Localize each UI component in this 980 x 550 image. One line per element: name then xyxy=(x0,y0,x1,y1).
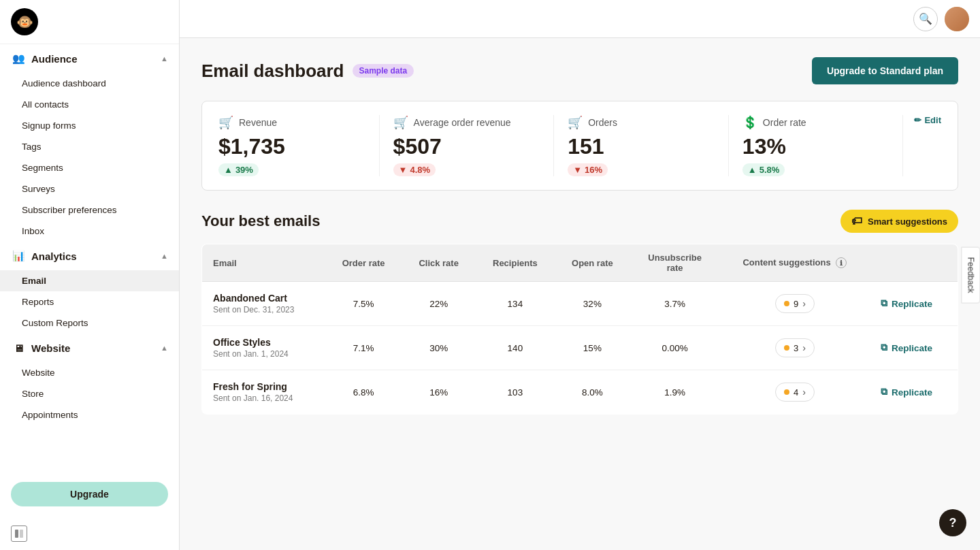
smart-suggestions-label: Smart suggestions xyxy=(868,216,947,227)
email-date-3: Sent on Jan. 16, 2024 xyxy=(213,393,314,403)
sidebar-item-custom-reports[interactable]: Custom Reports xyxy=(0,312,179,334)
replicate-button-2[interactable]: ⧉ Replicate xyxy=(881,342,932,353)
website-section-header[interactable]: 🖥 Website ▲ xyxy=(0,334,179,362)
smart-suggestions-button[interactable]: 🏷 Smart suggestions xyxy=(840,210,958,233)
stats-card: 🛒 Revenue $1,735 ▲ 39% 🛒 Average order r… xyxy=(201,101,958,191)
recipients-cell-1: 134 xyxy=(476,282,555,326)
content-suggestions-info-icon[interactable]: ℹ xyxy=(836,257,847,268)
logo-area: 🐵 xyxy=(0,0,179,44)
replicate-cell-3: ⧉ Replicate xyxy=(870,370,958,415)
analytics-section-label: Analytics xyxy=(31,250,77,262)
sidebar-item-tags[interactable]: Tags xyxy=(0,136,179,157)
click-rate-cell-1: 22% xyxy=(402,282,476,326)
sidebar-item-segments[interactable]: Segments xyxy=(0,157,179,178)
email-date-1: Sent on Dec. 31, 2023 xyxy=(213,305,314,314)
revenue-value: $1,735 xyxy=(218,134,365,159)
edit-pencil-icon: ✏ xyxy=(914,115,921,125)
col-action xyxy=(870,244,958,282)
suggestions-arrow-1: › xyxy=(802,298,806,309)
stat-revenue: 🛒 Revenue $1,735 ▲ 39% xyxy=(218,115,380,176)
suggestions-cell-2: 3 › xyxy=(720,326,870,370)
sidebar-item-surveys[interactable]: Surveys xyxy=(0,178,179,199)
svg-rect-1 xyxy=(20,530,23,538)
order-rate-dollar-icon: 💲 xyxy=(742,115,757,130)
page-content: Email dashboard Sample data Upgrade to S… xyxy=(180,38,980,434)
unsubscribe-rate-cell-1: 3.7% xyxy=(630,282,720,326)
unsubscribe-rate-cell-2: 0.00% xyxy=(630,326,720,370)
col-click-rate: Click rate xyxy=(402,244,476,282)
suggestions-pill-2[interactable]: 3 › xyxy=(775,338,815,357)
sidebar-collapse-area xyxy=(0,517,179,550)
replicate-button-3[interactable]: ⧉ Replicate xyxy=(881,387,932,398)
website-icon: 🖥 xyxy=(11,340,26,355)
sidebar-item-subscriber-preferences[interactable]: Subscriber preferences xyxy=(0,199,179,221)
main-content: 🔍 Email dashboard Sample data Upgrade to… xyxy=(180,0,980,550)
sidebar-item-email[interactable]: Email xyxy=(0,270,179,291)
collapse-sidebar-button[interactable] xyxy=(11,525,27,542)
audience-chevron-icon: ▲ xyxy=(161,54,168,63)
suggestions-cell-1: 9 › xyxy=(720,282,870,326)
orders-change: ▼ 16% xyxy=(568,163,608,176)
upgrade-standard-button[interactable]: Upgrade to Standard plan xyxy=(812,57,958,84)
sidebar-item-inbox[interactable]: Inbox xyxy=(0,221,179,242)
stat-edit-area: ✏ Edit xyxy=(903,115,941,176)
col-recipients: Recipients xyxy=(476,244,555,282)
search-button[interactable]: 🔍 xyxy=(913,7,938,31)
sidebar-item-reports[interactable]: Reports xyxy=(0,291,179,312)
smart-suggestions-icon: 🏷 xyxy=(851,215,862,227)
stat-avg-order: 🛒 Average order revenue $507 ▼ 4.8% xyxy=(380,115,555,176)
website-section-label: Website xyxy=(31,342,70,354)
suggestions-count-3: 4 xyxy=(794,387,798,398)
suggestions-arrow-3: › xyxy=(802,387,806,398)
page-header: Email dashboard Sample data Upgrade to S… xyxy=(201,57,958,84)
suggestions-dot-1 xyxy=(784,301,789,306)
order-rate-value: 13% xyxy=(742,134,889,159)
suggestions-pill-1[interactable]: 9 › xyxy=(775,294,815,313)
order-rate-cell-2: 7.1% xyxy=(325,326,402,370)
stat-orders: 🛒 Orders 151 ▼ 16% xyxy=(554,115,729,176)
edit-link[interactable]: ✏ Edit xyxy=(914,115,941,125)
orders-value: 151 xyxy=(568,134,715,159)
upgrade-button[interactable]: Upgrade xyxy=(11,482,168,506)
page-header-left: Email dashboard Sample data xyxy=(201,61,414,82)
sidebar-item-appointments[interactable]: Appointments xyxy=(0,404,179,425)
suggestions-count-2: 3 xyxy=(794,343,798,353)
sidebar-item-website[interactable]: Website xyxy=(0,362,179,383)
sidebar-item-signup-forms[interactable]: Signup forms xyxy=(0,115,179,136)
email-name-2: Office Styles xyxy=(213,337,314,348)
suggestions-count-1: 9 xyxy=(794,299,798,309)
replicate-cell-1: ⧉ Replicate xyxy=(870,282,958,326)
user-avatar[interactable] xyxy=(945,7,969,31)
sidebar-item-all-contacts[interactable]: All contacts xyxy=(0,94,179,115)
suggestions-pill-3[interactable]: 4 › xyxy=(775,383,815,402)
replicate-icon-2: ⧉ xyxy=(881,342,887,353)
sidebar-bottom: Upgrade xyxy=(0,471,179,517)
audience-section-header[interactable]: 👥 Audience ▲ xyxy=(0,44,179,73)
help-button[interactable]: ? xyxy=(939,509,966,536)
revenue-label: Revenue xyxy=(239,117,277,128)
replicate-button-1[interactable]: ⧉ Replicate xyxy=(881,298,932,309)
col-order-rate: Order rate xyxy=(325,244,402,282)
col-unsubscribe-rate: Unsubscriberate xyxy=(630,244,720,282)
revenue-cart-icon: 🛒 xyxy=(218,115,233,130)
svg-rect-0 xyxy=(15,530,18,538)
sidebar-item-store[interactable]: Store xyxy=(0,383,179,404)
click-rate-cell-3: 16% xyxy=(402,370,476,415)
email-name-3: Fresh for Spring xyxy=(213,381,314,392)
col-email: Email xyxy=(202,244,325,282)
analytics-icon: 📊 xyxy=(11,248,26,263)
sidebar-item-audience-dashboard[interactable]: Audience dashboard xyxy=(0,73,179,94)
suggestions-cell-3: 4 › xyxy=(720,370,870,415)
orders-arrow-down-icon: ▼ xyxy=(573,165,582,175)
suggestions-arrow-2: › xyxy=(802,342,806,353)
analytics-section: 📊 Analytics ▲ Email Reports Custom Repor… xyxy=(0,242,179,334)
analytics-section-header[interactable]: 📊 Analytics ▲ xyxy=(0,242,179,270)
recipients-cell-2: 140 xyxy=(476,326,555,370)
top-bar: 🔍 xyxy=(180,0,980,38)
order-rate-change: ▲ 5.8% xyxy=(742,163,785,176)
replicate-icon-3: ⧉ xyxy=(881,387,887,398)
search-icon: 🔍 xyxy=(919,12,932,25)
best-emails-title: Your best emails xyxy=(201,212,320,230)
feedback-tab[interactable]: Feedback xyxy=(962,247,980,304)
order-rate-arrow-up-icon: ▲ xyxy=(748,165,757,175)
